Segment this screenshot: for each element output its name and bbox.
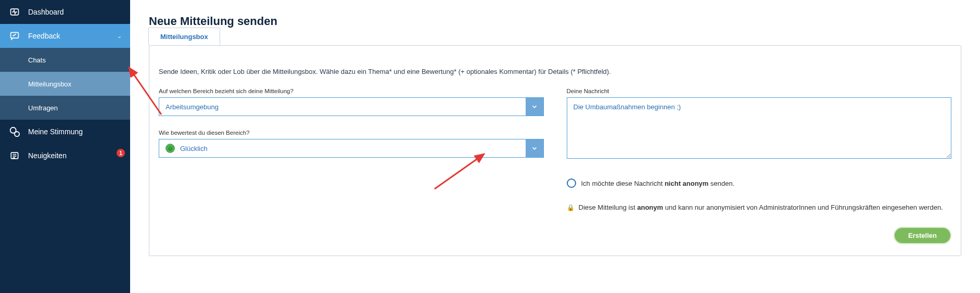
sidebar-item-label: Chats (28, 56, 122, 64)
heartbeat-icon (8, 6, 21, 18)
sidebar-item-label: Meine Stimmung (28, 128, 122, 136)
svg-point-3 (15, 132, 19, 136)
rating-text: Glücklich (180, 145, 208, 152)
message-label: Deine Nachricht (567, 88, 952, 94)
sidebar-item-label: Umfragen (28, 104, 122, 112)
left-column: Auf welchen Bereich bezieht sich deine M… (159, 88, 544, 244)
anon-info-text: Diese Mitteilung ist anonym und kann nur… (579, 203, 943, 211)
chevron-down-icon (526, 139, 543, 157)
right-column: Deine Nachricht Ich möchte diese Nachric… (567, 88, 952, 244)
area-select-value: Arbeitsumgebung (159, 103, 526, 111)
sidebar-item-label: Neuigkeiten (28, 151, 122, 160)
submit-button[interactable]: Erstellen (894, 227, 951, 244)
intro-text: Sende Ideen, Kritik oder Lob über die Mi… (159, 53, 951, 75)
sidebar-item-feedback[interactable]: Feedback ⌄ (0, 24, 130, 48)
anon-info-row: 🔒 Diese Mitteilung ist anonym und kann n… (567, 203, 952, 211)
tab-label: Mitteilungsbox (160, 33, 208, 41)
form-card: Sende Ideen, Kritik oder Lob über die Mi… (149, 45, 961, 256)
tab-mitteilungsbox[interactable]: Mitteilungsbox (148, 28, 220, 45)
anon-checkbox-row[interactable]: Ich möchte diese Nachricht nicht anonym … (567, 179, 952, 188)
radio-unchecked-icon (567, 179, 576, 188)
sidebar-item-label: Feedback (28, 32, 117, 40)
sidebar-item-neuigkeiten[interactable]: Neuigkeiten 1 (0, 144, 130, 168)
rating-select[interactable]: ☺ Glücklich (159, 139, 544, 158)
sidebar-item-label: Mitteilungsbox (28, 80, 122, 88)
chevron-down-icon: ⌄ (117, 33, 122, 40)
mood-faces-icon (8, 125, 21, 138)
submit-button-label: Erstellen (908, 232, 937, 239)
area-label: Auf welchen Bereich bezieht sich deine M… (159, 88, 544, 94)
area-select[interactable]: Arbeitsumgebung (159, 97, 544, 116)
notification-badge: 1 (117, 149, 125, 157)
sidebar-item-stimmung[interactable]: Meine Stimmung (0, 120, 130, 144)
chevron-down-icon (526, 98, 543, 116)
message-textarea[interactable] (567, 97, 952, 159)
main-content: Neue Mitteilung senden Mitteilungsbox Se… (130, 0, 980, 293)
lock-icon: 🔒 (567, 204, 575, 211)
happy-face-icon: ☺ (166, 144, 175, 153)
sidebar-item-label: Dashboard (28, 8, 122, 16)
sidebar-item-chats[interactable]: Chats (0, 48, 130, 72)
rating-select-value: ☺ Glücklich (159, 144, 526, 153)
page-title: Neue Mitteilung senden (149, 15, 961, 28)
chat-bubble-check-icon (8, 30, 21, 42)
rating-label: Wie bewertest du diesen Bereich? (159, 130, 544, 136)
sidebar-item-umfragen[interactable]: Umfragen (0, 96, 130, 120)
anon-text: Ich möchte diese Nachricht nicht anonym … (581, 180, 735, 187)
sidebar: Dashboard Feedback ⌄ Chats Mitteilungsbo… (0, 0, 130, 293)
news-icon (8, 149, 21, 162)
sidebar-item-mitteilungsbox[interactable]: Mitteilungsbox (0, 72, 130, 96)
sidebar-item-dashboard[interactable]: Dashboard (0, 0, 130, 24)
